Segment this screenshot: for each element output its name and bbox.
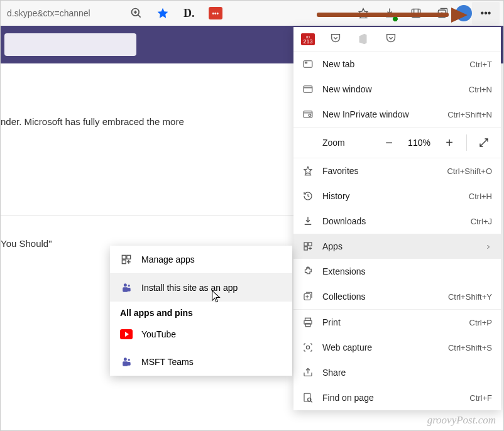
menu-item-shortcut: Ctrl+Shift+Y bbox=[448, 292, 492, 302]
zoom-label: Zoom bbox=[302, 138, 372, 148]
menu-history[interactable]: History Ctrl+H bbox=[293, 183, 501, 209]
download-icon bbox=[302, 216, 314, 227]
menu-item-label: Share bbox=[322, 368, 492, 378]
menu-item-shortcut: Ctrl+F bbox=[469, 393, 492, 403]
favorites-icon bbox=[302, 165, 314, 177]
svg-point-37 bbox=[128, 285, 130, 286]
zoom-in-icon[interactable] bbox=[128, 5, 145, 21]
submenu-label: Manage apps bbox=[141, 254, 195, 265]
svg-rect-43 bbox=[128, 362, 131, 366]
menu-item-label: New InPrivate window bbox=[322, 109, 447, 119]
svg-rect-42 bbox=[123, 361, 128, 366]
chevron-right-icon bbox=[485, 243, 492, 250]
menu-item-shortcut: Ctrl+N bbox=[469, 85, 492, 94]
menu-print[interactable]: Print Ctrl+P bbox=[293, 310, 501, 335]
teams-icon bbox=[120, 356, 133, 368]
extension-red-icon[interactable]: ••• bbox=[207, 5, 224, 21]
web-capture-icon bbox=[302, 342, 314, 353]
youtube-icon bbox=[120, 328, 133, 341]
inprivate-icon bbox=[302, 109, 314, 120]
teams-icon bbox=[120, 281, 133, 294]
teams-active-tab[interactable] bbox=[4, 33, 136, 56]
menu-web-capture[interactable]: Web capture Ctrl+Shift+S bbox=[293, 335, 501, 360]
menu-collections[interactable]: Collections Ctrl+Shift+Y bbox=[293, 284, 501, 309]
menu-downloads[interactable]: Downloads Ctrl+J bbox=[293, 209, 501, 234]
print-icon bbox=[302, 317, 314, 328]
svg-rect-12 bbox=[305, 62, 307, 63]
favorite-star-icon[interactable] bbox=[155, 5, 171, 21]
menu-item-label: Web capture bbox=[322, 342, 448, 352]
menu-item-label: New tab bbox=[322, 59, 469, 69]
menu-item-label: New window bbox=[322, 84, 469, 94]
menu-item-shortcut: Ctrl+Shift+S bbox=[448, 343, 492, 352]
fullscreen-button[interactable] bbox=[476, 134, 492, 151]
pinned-pocket2-icon[interactable] bbox=[384, 32, 398, 46]
menu-new-inprivate[interactable]: New InPrivate window Ctrl+Shift+N bbox=[293, 102, 501, 127]
menu-share[interactable]: Share bbox=[293, 360, 501, 385]
svg-point-36 bbox=[124, 283, 127, 286]
history-icon bbox=[302, 190, 314, 202]
svg-rect-33 bbox=[122, 255, 126, 259]
svg-rect-20 bbox=[309, 243, 312, 246]
menu-item-shortcut: Ctrl+T bbox=[469, 60, 492, 69]
svg-rect-21 bbox=[304, 247, 307, 250]
menu-item-label: Downloads bbox=[322, 216, 471, 226]
find-icon bbox=[302, 392, 314, 403]
svg-rect-19 bbox=[304, 243, 307, 246]
extension-d-icon[interactable]: D. bbox=[181, 5, 197, 21]
collections-menu-icon bbox=[302, 291, 314, 302]
svg-line-32 bbox=[311, 401, 312, 402]
menu-favorites[interactable]: Favorites Ctrl+Shift+O bbox=[293, 158, 501, 183]
pinned-calendar-icon[interactable]: 213 bbox=[301, 32, 315, 46]
menu-extensions[interactable]: Extensions bbox=[293, 259, 501, 284]
svg-line-1 bbox=[138, 15, 140, 18]
menu-new-tab[interactable]: New tab Ctrl+T bbox=[293, 52, 501, 77]
submenu-label: Install this site as an app bbox=[141, 283, 238, 293]
svg-rect-30 bbox=[304, 393, 310, 401]
mouse-cursor-icon bbox=[211, 290, 221, 303]
apps-icon bbox=[302, 241, 314, 252]
submenu-manage-apps[interactable]: Manage apps bbox=[110, 246, 292, 273]
share-icon bbox=[302, 367, 314, 378]
menu-item-label: History bbox=[322, 191, 469, 201]
menu-item-shortcut: Ctrl+Shift+N bbox=[447, 110, 492, 119]
svg-rect-34 bbox=[127, 255, 131, 259]
submenu-app-youtube[interactable]: YouTube bbox=[110, 320, 292, 348]
zoom-out-button[interactable]: − bbox=[381, 134, 397, 151]
browser-main-menu: 213 New tab Ctrl+T New window Ctrl+N New… bbox=[293, 27, 501, 410]
zoom-in-button[interactable]: + bbox=[441, 134, 457, 151]
svg-rect-35 bbox=[122, 260, 126, 264]
submenu-label: YouTube bbox=[141, 329, 176, 339]
svg-rect-39 bbox=[128, 288, 131, 292]
svg-rect-38 bbox=[123, 287, 128, 292]
settings-menu-button[interactable]: ••• bbox=[472, 2, 500, 25]
annotation-arrow bbox=[317, 9, 468, 21]
menu-item-shortcut: Ctrl+Shift+O bbox=[447, 166, 492, 176]
menu-item-shortcut: Ctrl+P bbox=[469, 318, 492, 327]
new-tab-icon bbox=[302, 58, 314, 70]
svg-rect-11 bbox=[304, 61, 312, 68]
svg-point-40 bbox=[124, 357, 127, 361]
menu-apps[interactable]: Apps bbox=[293, 234, 501, 259]
menu-item-label: Apps bbox=[322, 241, 485, 251]
menu-item-label: Collections bbox=[322, 292, 448, 302]
svg-point-29 bbox=[306, 346, 309, 349]
pinned-pocket-icon[interactable] bbox=[329, 32, 342, 46]
url-fragment: d.skype&ctx=channel bbox=[4, 8, 90, 18]
submenu-label: MSFT Teams bbox=[141, 357, 194, 367]
svg-point-17 bbox=[309, 114, 311, 117]
menu-pinned-row: 213 bbox=[293, 27, 501, 51]
manage-apps-icon bbox=[120, 253, 133, 266]
submenu-install-app[interactable]: Install this site as an app bbox=[110, 274, 292, 302]
menu-zoom-row: Zoom − 110% + bbox=[293, 128, 501, 158]
menu-new-window[interactable]: New window Ctrl+N bbox=[293, 77, 501, 102]
watermark-text: groovyPost.com bbox=[427, 414, 496, 427]
extensions-icon bbox=[302, 266, 314, 277]
submenu-app-teams[interactable]: MSFT Teams bbox=[110, 348, 292, 376]
zoom-value: 110% bbox=[406, 138, 432, 148]
menu-find[interactable]: Find on page Ctrl+F bbox=[293, 385, 501, 410]
pinned-office-icon[interactable] bbox=[356, 32, 370, 46]
menu-item-label: Extensions bbox=[322, 266, 492, 276]
menu-item-shortcut: Ctrl+H bbox=[469, 192, 492, 201]
menu-item-label: Favorites bbox=[322, 166, 447, 176]
